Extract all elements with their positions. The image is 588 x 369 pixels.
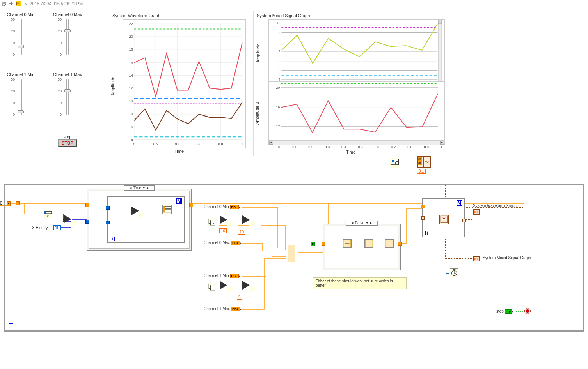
comment-label: Either of these should work not sure whi… [313,277,407,289]
title-bar: LV: 2015 7/29/2016 5:26:21 PM [0,0,588,7]
arrow-right-icon[interactable] [9,1,14,6]
svg-text:0.6: 0.6 [197,142,202,146]
dice-icon-0 [208,218,216,226]
greater-than-node: > [71,219,78,227]
svg-text:9: 9 [279,31,281,35]
inner-for-loop: Ni [107,196,185,243]
loop-condition-icon [524,308,531,314]
unbundle-node-a [343,239,352,248]
mixed-bot-chart-svg: 201612 [269,82,444,140]
slider-ch0-min[interactable]: Channel 0 Min 3020100 [5,12,36,64]
svg-point-77 [213,223,214,224]
case-selector-false[interactable]: ◄False▼► [346,221,378,226]
waveform-graph-terminal [473,209,480,215]
svg-rect-71 [163,206,165,212]
waveform-chart-svg: 222018 161412 10864 00.20.4 0.60.81 [123,20,245,148]
mixed-graph-label: System Mixed Signal Graph [483,256,531,260]
dice-icon-1 [208,283,216,291]
while-loop-i-icon: i [9,323,13,328]
svg-text:#: # [47,214,49,218]
svg-text:12: 12 [276,124,280,128]
svg-text:Y: Y [442,217,446,221]
init-const-0a: 0 [0,201,4,206]
svg-text:0.4: 0.4 [175,142,180,146]
svg-text:4: 4 [131,138,133,142]
stop-terminal: stop T F▸ [496,309,513,313]
svg-text:18: 18 [129,48,133,51]
ch1-min-terminal: Channel 1 Min DBL▸ [204,273,240,278]
mixed-signal-graph: System Mixed Signal Graph Amplitude 1098… [253,11,448,156]
svg-rect-93 [453,269,456,270]
ch1-max-terminal: Channel 1 Max DBL▸ [204,306,242,311]
svg-text:8: 8 [131,112,133,116]
shift-register-right [7,201,11,206]
svg-text:14: 14 [129,74,133,78]
multiply-node-1: × [227,285,234,293]
waveform-graph-label: System Waveform Graph [473,203,517,208]
ch0-min-terminal: Channel 0 Min DBL▸ [204,204,240,209]
svg-text:7: 7 [279,49,281,53]
const-10-a[interactable]: 10 [219,228,227,233]
svg-text:0: 0 [133,142,135,146]
window-title: LV: 2015 7/29/2016 5:26:21 PM [23,1,83,6]
case-selector-true[interactable]: ◄True▼► [124,185,155,191]
highlight-icon[interactable] [16,1,21,6]
svg-text:5: 5 [279,68,281,72]
main-while-loop: Channel 0 Min 3020100 Channel 0 Max 3020… [1,8,587,334]
svg-rect-81 [211,286,215,290]
svg-rect-67 [44,211,46,214]
wait-ms-node [446,268,458,277]
svg-rect-86 [365,240,372,247]
x-history-const[interactable]: 10 [53,225,61,230]
block-diagram: 0 0 # X History 10 > ◄True▼► N i Ni [4,184,584,332]
x-history-label: X History [32,226,48,230]
svg-rect-75 [211,221,215,225]
svg-text:12: 12 [129,86,133,90]
const-10-b[interactable]: 10 [238,230,245,235]
svg-rect-87 [386,240,393,247]
sliders-grid: Channel 0 Min 3020100 Channel 0 Max 3020… [4,11,105,156]
hand-tool-icon[interactable] [2,1,7,6]
svg-text:16: 16 [276,105,280,109]
stop-button[interactable]: STOP [58,139,77,147]
svg-text:20: 20 [129,35,133,39]
for-loop-right: Ni Y [422,198,465,237]
ch0-max-terminal: Channel 0 Max DBL▸ [204,240,242,245]
shift-register-left [16,201,20,205]
svg-text:0.2: 0.2 [153,142,158,146]
multiply-node-0: × [227,220,234,228]
mixed-top-chart-svg: 1098 7654 [269,20,444,81]
unbundle-node-b [364,239,373,248]
svg-text:6: 6 [279,59,281,63]
const-5[interactable]: 5 [237,295,242,300]
add-node-1: + [250,285,257,293]
build-waveform-inner: Y [439,215,449,224]
svg-text:1: 1 [241,142,243,146]
svg-text:22: 22 [129,22,133,26]
build-waveform-node: t0 dt 0.1 [417,156,431,174]
svg-text:10: 10 [277,21,281,25]
svg-text:10: 10 [129,99,133,103]
case-structure-false: ◄False▼► [323,224,401,270]
false-constant[interactable]: F [311,241,315,246]
mixed-graph-scrollbar[interactable]: ◄► [268,140,445,145]
slider-ch0-max[interactable]: Channel 0 Max 3020100 [52,12,83,64]
svg-point-76 [211,222,212,222]
svg-text:20: 20 [276,86,280,90]
stop-control: stop STOP [52,134,83,155]
mixed-graph-terminal [473,256,480,261]
svg-text:4: 4 [279,78,281,81]
index-array-node [139,211,146,219]
waveform-graph: System Waveform Graph Amplitude 222018 [109,11,249,156]
array-size-node: # [44,210,52,218]
bundle-node-b [385,239,394,248]
svg-rect-64 [392,160,394,162]
tick-count-node [390,158,400,168]
slider-ch1-min[interactable]: Channel 1 Min 3020100 [5,72,36,124]
build-array-node [162,205,172,214]
slider-ch1-max[interactable]: Channel 1 Max 3020100 [52,72,83,124]
svg-rect-54 [438,20,441,24]
svg-text:16: 16 [129,61,133,65]
svg-rect-53 [438,20,441,81]
bundle-node [288,245,295,262]
